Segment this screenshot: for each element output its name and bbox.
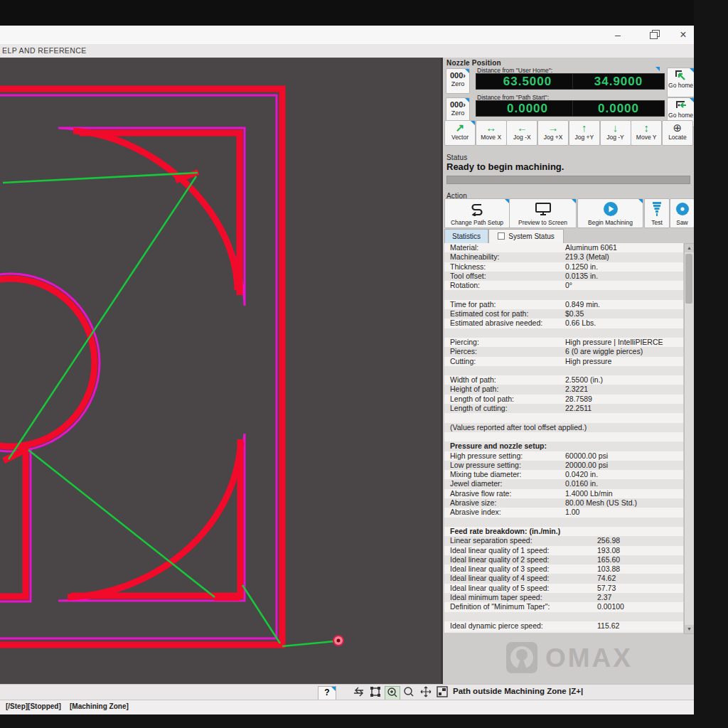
jog-arrow-icon: ↓ bbox=[601, 122, 631, 134]
stat-row: Jewel diameter:0.0160 in. bbox=[444, 479, 683, 488]
nozzle-position-header: Nozzle Position bbox=[446, 59, 501, 67]
zone-status: [Machining Zone] bbox=[70, 702, 129, 710]
stat-value: High pressure bbox=[565, 357, 611, 366]
stat-label: Material: bbox=[450, 243, 478, 252]
redraw-icon[interactable] bbox=[352, 686, 366, 699]
stat-row: Width of path:2.5500 (in.) bbox=[444, 375, 683, 385]
menu-bar: ELP AND REFERENCE bbox=[0, 44, 694, 58]
jog-button-jog-x[interactable]: ←Jog -X bbox=[506, 120, 537, 146]
stat-row: Piercing:High pressure | IntelliPIERCE bbox=[444, 338, 683, 347]
screen: – × ELP AND REFERENCE bbox=[0, 0, 728, 728]
stat-value: 1.4000 Lb/min bbox=[565, 489, 613, 498]
jog-button-jog-y[interactable]: ↑Jog +Y bbox=[569, 120, 600, 146]
restore-icon bbox=[650, 32, 658, 39]
stat-label: Low pressure setting: bbox=[450, 461, 521, 470]
stat-row: Thickness:0.1250 in. bbox=[444, 262, 683, 272]
stat-row bbox=[444, 612, 683, 621]
scroll-down-arrow[interactable]: ▼ bbox=[685, 625, 694, 633]
scrollbar-thumb[interactable] bbox=[685, 254, 692, 304]
jog-arrow-icon: → bbox=[538, 122, 568, 134]
statistics-scrollbar[interactable]: ▲ ▼ bbox=[684, 243, 695, 634]
tool-path-circle bbox=[0, 279, 95, 446]
stat-label: Estimated abrasive needed: bbox=[450, 318, 542, 328]
saw-button[interactable]: Saw bbox=[670, 198, 695, 228]
zero-path-start-button[interactable]: 000› Zero bbox=[446, 97, 470, 123]
jog-button-vector[interactable]: ↗Vector bbox=[444, 120, 476, 146]
stat-label: Mixing tube diameter: bbox=[450, 470, 521, 479]
system-status-checkbox[interactable] bbox=[498, 232, 505, 240]
scroll-up-arrow[interactable]: ▲ bbox=[685, 244, 694, 252]
stat-row: Feed rate breakdown: (in./min.) bbox=[444, 527, 683, 536]
pan-icon[interactable] bbox=[419, 686, 433, 699]
change-path-setup-button[interactable]: Change Path Setup bbox=[444, 198, 510, 228]
stat-value: 0.66 Lbs. bbox=[565, 318, 596, 328]
path-preview-canvas[interactable] bbox=[0, 58, 442, 684]
stat-value: 0.0160 in. bbox=[565, 479, 598, 488]
stat-label: Abrasive index: bbox=[450, 508, 501, 517]
minimize-button[interactable]: – bbox=[606, 27, 630, 43]
go-home-label: Go home bbox=[668, 82, 694, 89]
go-home-user-button[interactable]: Go home bbox=[667, 68, 695, 97]
jog-button-label: Jog +Y bbox=[569, 134, 599, 141]
stat-row: Ideal linear quality of 3 speed:103.88 bbox=[444, 564, 683, 574]
path-start-x-display: 0.0000 bbox=[476, 100, 579, 117]
close-button[interactable]: × bbox=[671, 27, 695, 43]
zoom-window-icon[interactable] bbox=[402, 686, 416, 699]
title-bar: – × bbox=[0, 26, 694, 44]
control-panel: Nozzle Position 000› Zero 000› Zero Dist… bbox=[443, 58, 694, 684]
stat-row: High pressure setting:60000.00 psi bbox=[444, 451, 683, 461]
stat-value: 0.0420 in. bbox=[565, 470, 598, 479]
stat-value: High pressure | IntelliPIERCE bbox=[565, 338, 663, 347]
stat-label: Definition of "Minimum Taper": bbox=[450, 602, 550, 611]
jog-button-label: Jog -X bbox=[507, 134, 537, 141]
stat-label: Rotation: bbox=[450, 281, 480, 290]
stat-row: Ideal linear quality of 1 speed:193.08 bbox=[444, 546, 683, 555]
stat-row: Ideal linear quality of 5 speed:57.73 bbox=[444, 584, 683, 593]
jog-arrow-icon: ↔ bbox=[476, 122, 506, 134]
tab-statistics[interactable]: Statistics bbox=[444, 229, 488, 243]
fit-to-window-icon[interactable] bbox=[435, 686, 449, 699]
play-circle-icon bbox=[578, 201, 643, 217]
stat-value: 74.62 bbox=[597, 574, 616, 583]
jog-button-label: Jog -Y bbox=[601, 134, 631, 141]
stat-label: Piercing: bbox=[450, 338, 479, 347]
jog-button-jog-x[interactable]: →Jog +X bbox=[537, 120, 569, 146]
jog-button-move-y[interactable]: ↕Move Y bbox=[631, 120, 662, 146]
jog-button-move-x[interactable]: ↔Move X bbox=[476, 120, 507, 146]
go-home-corner-arrow-icon bbox=[675, 70, 687, 81]
tab-system-status[interactable]: System Status bbox=[488, 229, 564, 243]
path-start-y-display: 0.0000 bbox=[572, 100, 665, 117]
stat-row: Abrasive size:80.00 Mesh (US Std.) bbox=[444, 498, 683, 508]
stat-label: Machineability: bbox=[450, 252, 499, 262]
help-button[interactable]: ? bbox=[318, 686, 336, 700]
stat-row: Height of path:2.3221 bbox=[444, 385, 683, 394]
stat-value: 0.1250 in. bbox=[565, 262, 598, 272]
stat-value: 2.5500 (in.) bbox=[565, 375, 603, 385]
menu-item-help-and-reference[interactable]: ELP AND REFERENCE bbox=[2, 46, 87, 55]
saw-blade-icon bbox=[670, 201, 694, 217]
zero-user-home-button[interactable]: 000› Zero bbox=[446, 68, 470, 94]
select-window-icon[interactable] bbox=[368, 686, 382, 699]
status-message: Ready to begin machining. bbox=[446, 161, 564, 172]
stat-row bbox=[444, 366, 683, 375]
draw-path-circle bbox=[0, 274, 100, 451]
omax-logo-mark-icon bbox=[505, 641, 538, 674]
screen-bezel-bottom bbox=[0, 714, 728, 728]
zoom-in-icon[interactable] bbox=[385, 686, 400, 700]
stat-row: (Values reported after tool offset appli… bbox=[444, 423, 683, 432]
tool-path-sail-top-arc bbox=[73, 131, 237, 290]
preview-to-screen-button[interactable]: Preview to Screen bbox=[509, 198, 577, 228]
hint-marker bbox=[471, 121, 475, 125]
stat-value: 0.0135 in. bbox=[565, 272, 598, 281]
begin-machining-button[interactable]: Begin Machining bbox=[577, 198, 643, 228]
test-button[interactable]: Test bbox=[644, 198, 670, 228]
jog-button-locate[interactable]: ⊕Locate bbox=[662, 120, 693, 146]
jog-button-jog-y[interactable]: ↓Jog -Y bbox=[600, 120, 631, 146]
restore-button[interactable] bbox=[641, 27, 665, 43]
tab-system-status-label: System Status bbox=[508, 232, 554, 240]
stat-value: 219.3 (Metal) bbox=[565, 252, 609, 262]
stat-value: 28.7589 bbox=[565, 395, 592, 404]
stat-row: Low pressure setting:20000.00 psi bbox=[444, 461, 683, 470]
stat-row: Material:Aluminum 6061 bbox=[444, 243, 683, 252]
stat-value: 0.849 min. bbox=[565, 300, 600, 309]
